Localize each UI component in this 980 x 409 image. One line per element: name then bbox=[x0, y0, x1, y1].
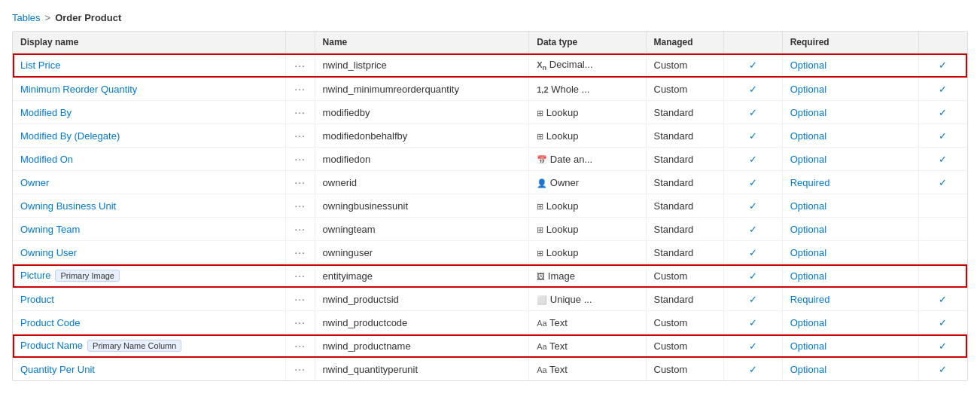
required-label: Optional bbox=[790, 224, 826, 235]
display-name-link[interactable]: Product bbox=[20, 294, 54, 305]
display-name-link[interactable]: Minimum Reorder Quantity bbox=[20, 84, 137, 95]
end-check-icon: ✓ bbox=[939, 177, 947, 188]
cell-dots[interactable]: ··· bbox=[285, 148, 315, 171]
cell-name: owningteam bbox=[315, 218, 529, 241]
more-options-icon[interactable]: ··· bbox=[294, 223, 306, 235]
cell-required: Optional bbox=[782, 53, 918, 78]
cell-dots[interactable]: ··· bbox=[285, 288, 315, 311]
display-name-link[interactable]: Quantity Per Unit bbox=[20, 364, 95, 375]
cell-end-check: ✓ bbox=[918, 124, 967, 148]
cell-data-type: ⊞ Lookup bbox=[529, 218, 646, 241]
cell-dots[interactable]: ··· bbox=[285, 218, 315, 241]
more-options-icon[interactable]: ··· bbox=[294, 293, 306, 305]
more-options-icon[interactable]: ··· bbox=[294, 340, 306, 352]
cell-end-check: ✓ bbox=[918, 311, 967, 334]
display-name-link[interactable]: Owning Business Unit bbox=[20, 200, 116, 212]
display-name-link[interactable]: List Price bbox=[20, 60, 60, 71]
display-name-link[interactable]: Picture bbox=[20, 270, 50, 281]
cell-searchable: ✓ bbox=[724, 288, 783, 311]
table-row[interactable]: Modified On···modifiedon📅 Date an...Stan… bbox=[13, 148, 967, 171]
more-options-icon[interactable]: ··· bbox=[294, 83, 306, 95]
cell-data-type: ⬜ Unique ... bbox=[529, 288, 646, 311]
cell-dots[interactable]: ··· bbox=[285, 194, 315, 218]
cell-required: Optional bbox=[782, 124, 918, 148]
breadcrumb-tables[interactable]: Tables bbox=[12, 12, 41, 23]
more-options-icon[interactable]: ··· bbox=[294, 246, 306, 258]
more-options-icon[interactable]: ··· bbox=[294, 106, 306, 118]
cell-display-name: Owning User bbox=[13, 241, 285, 264]
table-row[interactable]: Product Code···nwind_productcodeAa TextC… bbox=[13, 311, 967, 334]
cell-display-name: Owning Team bbox=[13, 218, 285, 241]
cell-data-type: ⊞ Lookup bbox=[529, 124, 646, 148]
end-check-icon: ✓ bbox=[939, 154, 947, 165]
cell-dots[interactable]: ··· bbox=[285, 53, 315, 78]
cell-dots[interactable]: ··· bbox=[285, 78, 315, 101]
more-options-icon[interactable]: ··· bbox=[294, 270, 306, 282]
searchable-check-icon: ✓ bbox=[749, 60, 757, 71]
table-row[interactable]: Owning Team···owningteam⊞ LookupStandard… bbox=[13, 218, 967, 241]
table-row[interactable]: Minimum Reorder Quantity···nwind_minimum… bbox=[13, 78, 967, 101]
cell-dots[interactable]: ··· bbox=[285, 171, 315, 194]
table-row[interactable]: Product···nwind_productsid⬜ Unique ...St… bbox=[13, 288, 967, 311]
cell-managed: Standard bbox=[646, 218, 724, 241]
table-row[interactable]: Quantity Per Unit···nwind_quantityperuni… bbox=[13, 358, 967, 381]
more-options-icon[interactable]: ··· bbox=[294, 200, 306, 212]
table-row[interactable]: Owning Business Unit···owningbusinessuni… bbox=[13, 194, 967, 218]
cell-dots[interactable]: ··· bbox=[285, 124, 315, 148]
display-name-link[interactable]: Modified By bbox=[20, 107, 72, 118]
col-header-managed: Managed bbox=[646, 32, 724, 53]
table-row[interactable]: Modified By···modifiedby⊞ LookupStandard… bbox=[13, 101, 967, 124]
more-options-icon[interactable]: ··· bbox=[294, 176, 306, 188]
table-row[interactable]: List Price···nwind_listpriceXn Decimal..… bbox=[13, 53, 967, 78]
table-row[interactable]: Owning User···owninguser⊞ LookupStandard… bbox=[13, 241, 967, 264]
cell-display-name: Modified By (Delegate) bbox=[13, 124, 285, 148]
searchable-check-icon: ✓ bbox=[749, 177, 757, 188]
table-row[interactable]: PicturePrimary Image···entityimage🖼 Imag… bbox=[13, 264, 967, 288]
more-options-icon[interactable]: ··· bbox=[294, 130, 306, 142]
searchable-check-icon: ✓ bbox=[749, 364, 757, 375]
cell-managed: Standard bbox=[646, 148, 724, 171]
display-name-link[interactable]: Modified On bbox=[20, 154, 73, 165]
cell-dots[interactable]: ··· bbox=[285, 101, 315, 124]
cell-data-type: ⊞ Lookup bbox=[529, 241, 646, 264]
more-options-icon[interactable]: ··· bbox=[294, 316, 306, 328]
cell-required: Optional bbox=[782, 101, 918, 124]
table-row[interactable]: Product NamePrimary Name Column···nwind_… bbox=[13, 334, 967, 358]
searchable-check-icon: ✓ bbox=[749, 294, 757, 305]
cell-dots[interactable]: ··· bbox=[285, 334, 315, 358]
searchable-check-icon: ✓ bbox=[749, 130, 757, 142]
display-name-link[interactable]: Modified By (Delegate) bbox=[20, 130, 120, 142]
cell-name: owningbusinessunit bbox=[315, 194, 529, 218]
display-name-link[interactable]: Owning User bbox=[20, 247, 77, 258]
cell-dots[interactable]: ··· bbox=[285, 358, 315, 381]
cell-data-type: Xn Decimal... bbox=[529, 53, 646, 78]
cell-dots[interactable]: ··· bbox=[285, 241, 315, 264]
cell-name: nwind_productcode bbox=[315, 311, 529, 334]
searchable-check-icon: ✓ bbox=[749, 270, 757, 282]
cell-end-check: ✓ bbox=[918, 101, 967, 124]
cell-required: Optional bbox=[782, 241, 918, 264]
cell-name: modifiedonbehalfby bbox=[315, 124, 529, 148]
display-name-link[interactable]: Owner bbox=[20, 177, 49, 188]
cell-dots[interactable]: ··· bbox=[285, 264, 315, 288]
data-table: Display name Name Data type Managed Requ… bbox=[13, 32, 967, 380]
cell-required: Optional bbox=[782, 218, 918, 241]
cell-end-check: ✓ bbox=[918, 148, 967, 171]
end-check-icon: ✓ bbox=[939, 294, 947, 305]
display-name-link[interactable]: Product Code bbox=[20, 317, 81, 328]
more-options-icon[interactable]: ··· bbox=[294, 60, 306, 72]
required-label: Required bbox=[790, 294, 830, 305]
breadcrumb: Tables > Order Product bbox=[12, 12, 968, 23]
display-name-link[interactable]: Product Name bbox=[20, 340, 83, 351]
cell-data-type: 1,2 Whole ... bbox=[529, 78, 646, 101]
cell-display-name: Product bbox=[13, 288, 285, 311]
more-options-icon[interactable]: ··· bbox=[294, 363, 306, 375]
cell-required: Optional bbox=[782, 78, 918, 101]
table-row[interactable]: Modified By (Delegate)···modifiedonbehal… bbox=[13, 124, 967, 148]
table-row[interactable]: Owner···ownerid👤 OwnerStandard✓Required✓ bbox=[13, 171, 967, 194]
required-label: Optional bbox=[790, 200, 826, 212]
display-name-link[interactable]: Owning Team bbox=[20, 224, 80, 235]
more-options-icon[interactable]: ··· bbox=[294, 153, 306, 165]
cell-searchable: ✓ bbox=[724, 241, 783, 264]
cell-dots[interactable]: ··· bbox=[285, 311, 315, 334]
